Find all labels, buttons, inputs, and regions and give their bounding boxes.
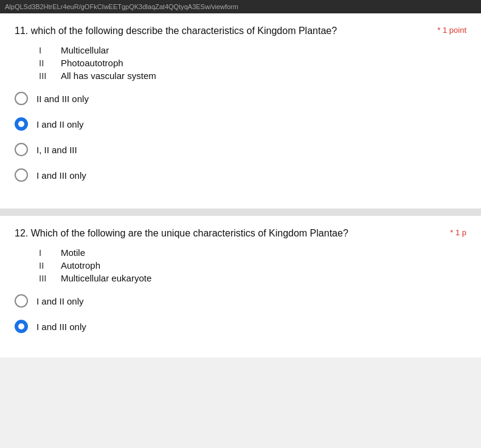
question-12-number: 12. <box>15 228 28 238</box>
radio-12b[interactable] <box>15 320 28 333</box>
question-12-text: 12. Which of the following are the uniqu… <box>15 228 445 239</box>
option-label-12a: I and II only <box>36 296 84 306</box>
question-11-text: 11. which of the following describe the … <box>15 26 432 36</box>
option-label-11b: I and II only <box>36 119 84 129</box>
roman12-1: I <box>39 247 61 258</box>
char-text-2: Photoautotroph <box>61 58 123 68</box>
option-12a[interactable]: I and II only <box>15 294 466 308</box>
char-text-1: Multicellular <box>61 45 109 55</box>
option-11a[interactable]: II and III only <box>15 92 466 105</box>
char12-item-3: III Multicellular eukaryote <box>39 273 466 283</box>
question-12-options: I and II only I and III only <box>15 294 466 333</box>
roman12-3: III <box>39 273 61 283</box>
char-item-1: I Multicellular <box>39 45 466 55</box>
option-12b[interactable]: I and III only <box>15 320 466 333</box>
char12-item-1: I Motile <box>39 247 466 258</box>
char12-text-3: Multicellular eukaryote <box>61 273 151 283</box>
question-11-section: 11. which of the following describe the … <box>0 13 481 212</box>
char-text-3: All has vascular system <box>61 71 156 81</box>
roman-2: II <box>39 58 61 68</box>
radio-inner-12b <box>18 323 24 329</box>
radio-11a[interactable] <box>15 92 28 105</box>
char12-item-2: II Autotroph <box>39 260 466 271</box>
option-label-11a: II and III only <box>36 94 89 104</box>
radio-11c[interactable] <box>15 143 28 156</box>
option-label-12b: I and III only <box>36 322 86 332</box>
top-bar: AlpQLSd3B2HtrELr4euR/gOFkCIwEETgpQK3dlaq… <box>0 0 481 13</box>
option-11d[interactable]: I and III only <box>15 168 466 182</box>
char-item-2: II Photoautotroph <box>39 58 466 68</box>
option-11c[interactable]: I, II and III <box>15 143 466 156</box>
radio-11d[interactable] <box>15 168 28 182</box>
question-12-header: 12. Which of the following are the uniqu… <box>15 228 466 239</box>
radio-11b[interactable] <box>15 117 28 131</box>
top-bar-text: AlpQLSd3B2HtrELr4euR/gOFkCIwEETgpQK3dlaq… <box>5 3 238 10</box>
question-11-characteristics: I Multicellular II Photoautotroph III Al… <box>39 45 466 81</box>
option-label-11d: I and III only <box>36 170 86 181</box>
roman12-2: II <box>39 260 61 271</box>
char12-text-2: Autotroph <box>61 260 100 271</box>
question-11-body: which of the following describe the char… <box>31 26 337 36</box>
question-11-points: * 1 point <box>437 26 466 35</box>
roman-1: I <box>39 45 61 55</box>
char-item-3: III All has vascular system <box>39 71 466 81</box>
question-12-points: * 1 p <box>450 228 466 237</box>
question-11-options: II and III only I and II only I, II and … <box>15 92 466 182</box>
roman-3: III <box>39 71 61 81</box>
option-label-11c: I, II and III <box>36 145 77 155</box>
question-11-header: 11. which of the following describe the … <box>15 26 466 36</box>
char12-text-1: Motile <box>61 247 85 258</box>
question-12-section: 12. Which of the following are the uniqu… <box>0 216 481 357</box>
question-11-number: 11. <box>15 26 28 36</box>
radio-12a[interactable] <box>15 294 28 308</box>
radio-inner-11b <box>18 121 24 127</box>
question-12-body: Which of the following are the unique ch… <box>31 228 348 238</box>
question-12-characteristics: I Motile II Autotroph III Multicellular … <box>39 247 466 283</box>
option-11b[interactable]: I and II only <box>15 117 466 131</box>
